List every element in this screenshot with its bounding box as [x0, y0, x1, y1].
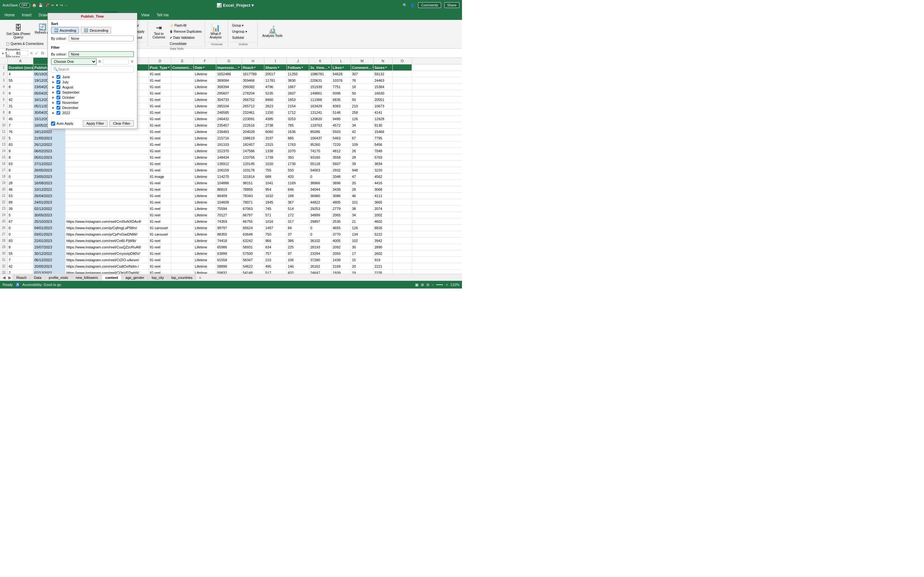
- cell[interactable]: 2169: [332, 263, 351, 269]
- sheet-nav-right[interactable]: ▶: [7, 275, 13, 280]
- cell[interactable]: 89: [8, 199, 33, 205]
- subtotal-button[interactable]: Subtotal: [231, 35, 248, 40]
- cell[interactable]: 103176: [242, 167, 264, 173]
- col-header-O[interactable]: O: [393, 58, 412, 64]
- cell[interactable]: IG reel: [149, 135, 171, 141]
- cell[interactable]: 0: [309, 173, 332, 179]
- cell[interactable]: 95260: [309, 141, 332, 147]
- cell[interactable]: 37280: [309, 257, 332, 263]
- cell[interactable]: https://www.instagram.com/reel/CtZIO-uAe…: [65, 257, 149, 263]
- cell[interactable]: 3942: [373, 237, 393, 243]
- cell[interactable]: 67: [351, 135, 373, 141]
- cell[interactable]: 106: [287, 257, 309, 263]
- cell[interactable]: 54622: [242, 263, 264, 269]
- cell[interactable]: [65, 154, 149, 160]
- account-icon[interactable]: 👤: [410, 3, 415, 7]
- cell[interactable]: 386: [287, 237, 309, 243]
- cell[interactable]: [393, 193, 412, 199]
- cell[interactable]: IG reel: [149, 84, 171, 90]
- cell[interactable]: 63: [8, 161, 33, 167]
- menu-view[interactable]: View: [138, 11, 153, 19]
- cell[interactable]: 7751: [332, 84, 351, 90]
- cell[interactable]: 63899: [216, 250, 242, 256]
- cell[interactable]: 5: [8, 212, 33, 218]
- cell[interactable]: 2535: [332, 218, 351, 224]
- cell[interactable]: [171, 205, 194, 211]
- menu-insert[interactable]: Insert: [19, 11, 35, 19]
- cell[interactable]: 50: [351, 97, 373, 103]
- cell[interactable]: 11250: [287, 71, 309, 77]
- cell[interactable]: 750: [264, 231, 287, 237]
- cell[interactable]: IG reel: [149, 193, 171, 199]
- cancel-formula-icon[interactable]: ✕: [29, 51, 33, 56]
- cell[interactable]: IG reel: [149, 77, 171, 83]
- cell[interactable]: 2092: [332, 244, 351, 250]
- col-header-D[interactable]: D: [149, 58, 171, 64]
- cell[interactable]: [393, 218, 412, 224]
- cb-july-check[interactable]: [57, 80, 60, 84]
- cell[interactable]: 70127: [216, 212, 242, 218]
- cell[interactable]: [171, 129, 194, 135]
- cell[interactable]: 45: [8, 116, 33, 122]
- cell[interactable]: 9396: [332, 90, 351, 96]
- cell[interactable]: Lifetime: [194, 167, 216, 173]
- cell[interactable]: [171, 77, 194, 83]
- autosave-state[interactable]: OFF: [19, 3, 30, 8]
- sheet-tab-age-gender[interactable]: age_gender: [122, 275, 148, 280]
- cell[interactable]: [393, 84, 412, 90]
- cell[interactable]: 646: [287, 186, 309, 192]
- cell[interactable]: 24463: [373, 77, 393, 83]
- cell[interactable]: IG reel: [149, 257, 171, 263]
- what-if-button[interactable]: 📊 What-IfAnalysis: [208, 23, 223, 40]
- cell[interactable]: 3068: [373, 186, 393, 192]
- cell[interactable]: 30: [351, 244, 373, 250]
- cell[interactable]: 46: [8, 186, 33, 192]
- save-icon[interactable]: 💾: [39, 3, 43, 7]
- cell[interactable]: Lifetime: [194, 71, 216, 77]
- cell[interactable]: 29253: [309, 205, 332, 211]
- cell[interactable]: 16/08/2023: [33, 180, 65, 186]
- cell[interactable]: 39: [8, 205, 33, 211]
- cell[interactable]: 4111: [373, 193, 393, 199]
- cell[interactable]: 258: [351, 109, 373, 115]
- cell[interactable]: 18/12/2022: [33, 129, 65, 135]
- cell[interactable]: 134: [351, 231, 373, 237]
- cell[interactable]: [171, 161, 194, 167]
- cell[interactable]: [393, 161, 412, 167]
- col-header-J[interactable]: J: [287, 58, 309, 64]
- autosave-toggle[interactable]: AutoSave OFF: [3, 3, 30, 8]
- cell[interactable]: Lifetime: [194, 193, 216, 199]
- cell[interactable]: [171, 231, 194, 237]
- header-cell-3s-views[interactable]: 3s_View… ▾: [309, 64, 332, 71]
- cell[interactable]: IG reel: [149, 212, 171, 218]
- cell[interactable]: [171, 103, 194, 109]
- pin-icon[interactable]: 📌: [45, 3, 49, 7]
- cell[interactable]: IG reel: [149, 180, 171, 186]
- cb-august[interactable]: ▶ August: [51, 85, 134, 90]
- header-cell-comments[interactable]: Comment… ▾: [171, 64, 194, 71]
- cell[interactable]: 11781: [264, 77, 287, 83]
- cell[interactable]: 2602: [373, 250, 393, 256]
- col-header-K[interactable]: K: [309, 58, 332, 64]
- cell[interactable]: 7795: [373, 135, 393, 141]
- cell[interactable]: [171, 154, 194, 160]
- cell[interactable]: [171, 97, 194, 103]
- cb-september-check[interactable]: [57, 90, 60, 94]
- sheet-tab-top-countries[interactable]: top_countries: [168, 275, 196, 280]
- cell[interactable]: 6060: [264, 129, 287, 135]
- cell[interactable]: 198619: [242, 135, 264, 141]
- cell[interactable]: 74418: [216, 237, 242, 243]
- cell[interactable]: 66755: [242, 218, 264, 224]
- cell[interactable]: 26/04/2023: [33, 193, 65, 199]
- cell[interactable]: https://www.instagram.com/reel/CmI0uNXDA…: [65, 218, 149, 224]
- cb-2022[interactable]: ▶ 2022: [51, 110, 134, 115]
- cell[interactable]: 126: [351, 225, 373, 231]
- cell[interactable]: 97: [287, 250, 309, 256]
- cb-june[interactable]: ▶ June: [51, 74, 134, 79]
- cell[interactable]: [171, 90, 194, 96]
- cell[interactable]: 745: [264, 205, 287, 211]
- flash-fill-button[interactable]: ⚡ Flash-fill: [168, 23, 203, 28]
- cell[interactable]: 1845: [264, 199, 287, 205]
- cell[interactable]: 785: [287, 122, 309, 128]
- cell[interactable]: 517: [264, 269, 287, 274]
